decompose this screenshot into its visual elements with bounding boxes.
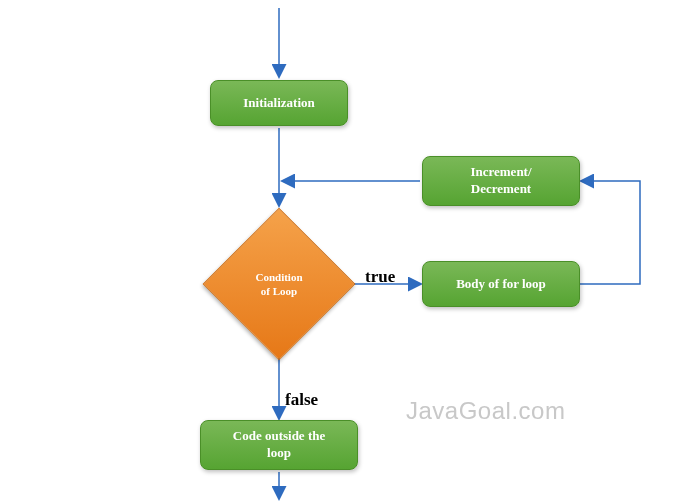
node-initialization: Initialization <box>210 80 348 126</box>
node-condition-label-1: Condition <box>255 270 302 284</box>
node-initialization-label: Initialization <box>243 95 315 112</box>
node-condition-label-wrap: Condition of Loop <box>203 208 355 360</box>
node-incdec-label-2: Decrement <box>471 181 531 198</box>
edge-label-true: true <box>365 267 395 287</box>
node-body: Body of for loop <box>422 261 580 307</box>
edge-label-false: false <box>285 390 318 410</box>
node-outside-label-2: loop <box>267 445 291 462</box>
node-body-label: Body of for loop <box>456 276 546 293</box>
node-outside-label-1: Code outside the <box>233 428 325 445</box>
watermark-text: JavaGoal.com <box>406 397 565 425</box>
node-outside: Code outside the loop <box>200 420 358 470</box>
node-condition-label-2: of Loop <box>255 284 302 298</box>
node-condition: Condition of Loop <box>203 208 355 360</box>
node-incdec-label-1: Increment/ <box>470 164 531 181</box>
node-increment-decrement: Increment/ Decrement <box>422 156 580 206</box>
